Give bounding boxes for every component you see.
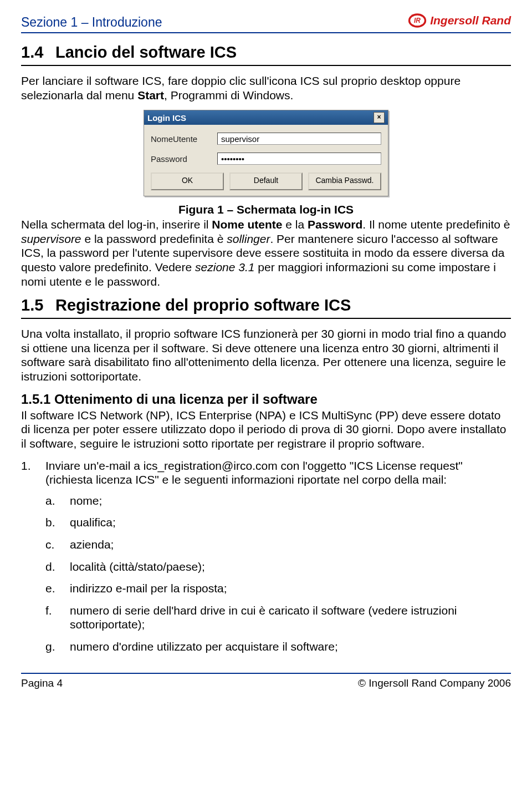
- breadcrumb: Sezione 1 – Introduzione: [21, 15, 162, 30]
- copyright: © Ingersoll Rand Company 2006: [358, 677, 511, 689]
- numbered-list: 1. Inviare un'e-mail a ics_registration@…: [21, 459, 511, 487]
- close-icon[interactable]: ×: [374, 112, 385, 123]
- list-item: e.indirizzo e-mail per la risposta;: [45, 581, 511, 596]
- lettered-list: a.nome; b.qualifica; c.azienda; d.locali…: [45, 494, 511, 654]
- ir-logo-icon: IR: [408, 11, 427, 30]
- list-item: a.nome;: [45, 494, 511, 508]
- section-1-5-1-para: Il software ICS Network (NP), ICS Enterp…: [21, 408, 511, 451]
- section-1-5-title: 1.5Registrazione del proprio software IC…: [21, 296, 511, 319]
- list-item: f.numero di serie dell'hard drive in cui…: [45, 603, 511, 632]
- section-1-4-para1: Per lanciare il software ICS, fare doppi…: [21, 74, 511, 102]
- password-label: Password: [151, 154, 217, 164]
- brand-logo: IR Ingersoll Rand: [408, 11, 511, 30]
- page-footer: Pagina 4 © Ingersoll Rand Company 2006: [21, 673, 511, 689]
- section-1-5-para: Una volta installato, il proprio softwar…: [21, 327, 511, 383]
- login-title: Login ICS: [147, 113, 186, 123]
- login-titlebar: Login ICS ×: [144, 110, 388, 125]
- ok-button[interactable]: OK: [151, 172, 224, 190]
- username-label: NomeUtente: [151, 134, 217, 144]
- password-input[interactable]: [217, 153, 381, 165]
- list-item: 1. Inviare un'e-mail a ics_registration@…: [21, 459, 511, 487]
- section-1-5-1-title: 1.5.1 Ottenimento di una licenza per il …: [21, 392, 511, 407]
- change-password-button[interactable]: Cambia Passwd.: [308, 172, 381, 190]
- default-button[interactable]: Default: [229, 172, 303, 190]
- figure-1-caption: Figura 1 – Schermata log-in ICS: [21, 203, 511, 216]
- section-1-4-para2: Nella schermata del log-in, inserire il …: [21, 217, 511, 288]
- login-window: Login ICS × NomeUtente Password OK Defau…: [144, 110, 388, 196]
- svg-text:IR: IR: [414, 17, 421, 24]
- list-item: g.numero d'ordine utilizzato per acquist…: [45, 639, 511, 654]
- list-item: b.qualifica;: [45, 515, 511, 530]
- brand-name: Ingersoll Rand: [430, 14, 511, 27]
- login-figure: Login ICS × NomeUtente Password OK Defau…: [21, 110, 511, 196]
- page-number: Pagina 4: [21, 677, 63, 689]
- section-1-4-title: 1.4Lancio del software ICS: [21, 43, 511, 66]
- page-header: Sezione 1 – Introduzione IR Ingersoll Ra…: [21, 11, 511, 33]
- list-item: c.azienda;: [45, 537, 511, 552]
- username-input[interactable]: [217, 133, 381, 145]
- list-item: d.località (città/stato/paese);: [45, 560, 511, 574]
